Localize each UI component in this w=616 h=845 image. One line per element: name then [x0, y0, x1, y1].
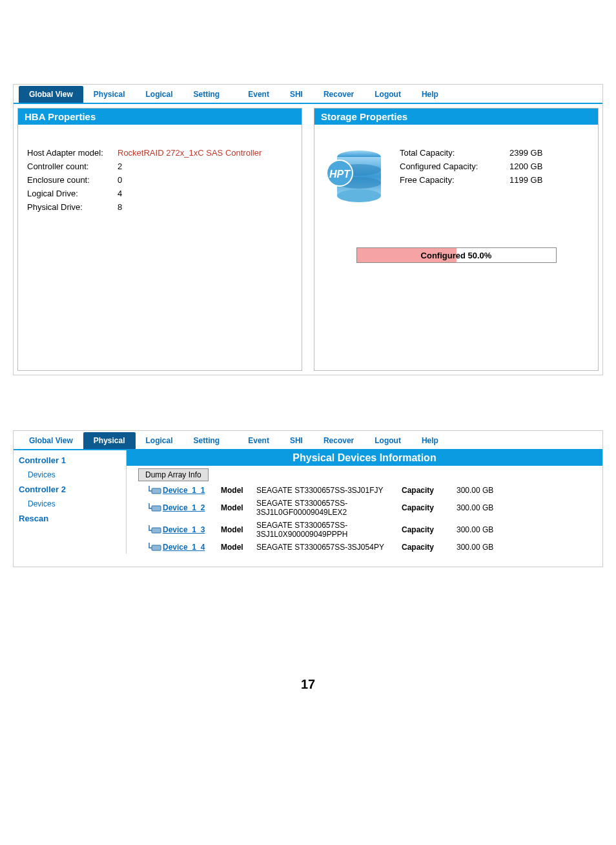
tab-global-view[interactable]: Global View [19, 432, 83, 449]
device-row: Device_1_4ModelSEAGATE ST3300657SS-3SJ05… [127, 541, 602, 554]
storage-title: Storage Properties [314, 109, 598, 125]
device-row: Device_1_2ModelSEAGATE ST3300657SS-3SJ1L… [127, 497, 602, 519]
tab-physical[interactable]: Physical [83, 432, 136, 449]
svg-rect-8 [152, 506, 161, 511]
drive-icon [149, 503, 163, 512]
svg-rect-9 [152, 528, 161, 533]
device-link[interactable]: Device_1_3 [163, 525, 221, 534]
tab-help[interactable]: Help [411, 86, 449, 103]
hba-panel: HBA Properties Host Adapter model:Rocket… [17, 108, 302, 371]
database-icon: HPT [323, 144, 388, 209]
sidebar-devices-2[interactable]: Devices [19, 497, 126, 511]
tab-setting[interactable]: Setting [183, 432, 231, 449]
tab-logout[interactable]: Logout [364, 86, 411, 103]
tab-logical[interactable]: Logical [136, 86, 183, 103]
svg-rect-7 [152, 488, 161, 494]
controller-count-value: 2 [118, 162, 122, 171]
drive-icon [149, 543, 163, 552]
device-link[interactable]: Device_1_2 [163, 503, 221, 512]
tab-shi[interactable]: SHI [280, 86, 313, 103]
tab-physical[interactable]: Physical [83, 86, 136, 103]
capacity-value: 300.00 GB [457, 525, 515, 534]
model-value: SEAGATE ST3300657SS-3SJ1L0GF00009049LEX2 [256, 499, 402, 517]
progress-label: Configured 50.0% [421, 251, 492, 260]
tab-recover[interactable]: Recover [313, 86, 364, 103]
model-value: SEAGATE ST3300657SS-3SJ01FJY [256, 486, 402, 495]
total-capacity-value: 2399 GB [509, 148, 542, 158]
sidebar: Controller 1 Devices Controller 2 Device… [14, 450, 127, 554]
tab-event[interactable]: Event [238, 86, 280, 103]
logical-drive-value: 4 [118, 189, 122, 198]
device-row: Device_1_1ModelSEAGATE ST3300657SS-3SJ01… [127, 484, 602, 497]
sidebar-rescan[interactable]: Rescan [19, 511, 126, 526]
tab-logical[interactable]: Logical [136, 432, 183, 449]
model-value: SEAGATE ST3300657SS-3SJ1L0X900009049PPPH [256, 521, 402, 539]
tab-event[interactable]: Event [238, 432, 280, 449]
global-view-screenshot: Global ViewPhysicalLogicalSettingEventSH… [13, 84, 603, 375]
logical-drive-label: Logical Drive: [27, 189, 118, 198]
device-link[interactable]: Device_1_4 [163, 543, 221, 552]
capacity-value: 300.00 GB [457, 543, 515, 552]
svg-text:HPT: HPT [329, 169, 351, 180]
tab-logout[interactable]: Logout [364, 432, 411, 449]
hba-title: HBA Properties [18, 109, 302, 125]
drive-icon [149, 486, 163, 495]
capacity-label: Capacity [402, 486, 457, 495]
svg-rect-10 [152, 545, 161, 550]
tab-shi[interactable]: SHI [280, 432, 313, 449]
page-number: 17 [0, 677, 616, 692]
model-label: Model [221, 503, 256, 512]
svg-point-2 [337, 189, 381, 202]
enclosure-count-label: Enclosure count: [27, 175, 118, 185]
device-link[interactable]: Device_1_1 [163, 486, 221, 495]
host-adapter-label: Host Adapter model: [27, 148, 118, 158]
model-label: Model [221, 543, 256, 552]
storage-panel: Storage Properties [314, 108, 599, 371]
configured-capacity-value: 1200 GB [509, 162, 542, 171]
configured-capacity-label: Configured Capacity: [400, 162, 509, 171]
tabbar-1: Global ViewPhysicalLogicalSettingEventSH… [14, 85, 602, 104]
model-label: Model [221, 525, 256, 534]
tab-recover[interactable]: Recover [313, 432, 364, 449]
drive-icon [149, 525, 163, 534]
free-capacity-label: Free Capacity: [400, 175, 509, 185]
free-capacity-value: 1199 GB [509, 175, 542, 185]
model-label: Model [221, 486, 256, 495]
sidebar-controller-1[interactable]: Controller 1 [19, 453, 126, 468]
capacity-progress: Configured 50.0% [356, 247, 557, 263]
capacity-label: Capacity [402, 543, 457, 552]
total-capacity-label: Total Capacity: [400, 148, 509, 158]
capacity-value: 300.00 GB [457, 503, 515, 512]
tab-setting[interactable]: Setting [183, 86, 231, 103]
enclosure-count-value: 0 [118, 175, 122, 185]
sidebar-devices-1[interactable]: Devices [19, 468, 126, 482]
physical-drive-label: Physical Drive: [27, 202, 118, 212]
physical-screenshot: Global ViewPhysicalLogicalSettingEventSH… [13, 430, 603, 567]
device-row: Device_1_3ModelSEAGATE ST3300657SS-3SJ1L… [127, 519, 602, 541]
capacity-label: Capacity [402, 525, 457, 534]
tab-global-view[interactable]: Global View [19, 86, 83, 103]
capacity-value: 300.00 GB [457, 486, 515, 495]
sidebar-controller-2[interactable]: Controller 2 [19, 482, 126, 497]
dump-array-info-button[interactable]: Dump Array Info [138, 468, 209, 481]
physical-drive-value: 8 [118, 202, 122, 212]
tabbar-2: Global ViewPhysicalLogicalSettingEventSH… [14, 431, 602, 450]
host-adapter-value: RocketRAID 272x_1xC SAS Controller [118, 148, 262, 158]
capacity-label: Capacity [402, 503, 457, 512]
model-value: SEAGATE ST3300657SS-3SJ054PY [256, 543, 402, 552]
tab-help[interactable]: Help [411, 432, 449, 449]
physical-devices-banner: Physical Devices Information [127, 450, 602, 466]
controller-count-label: Controller count: [27, 162, 118, 171]
